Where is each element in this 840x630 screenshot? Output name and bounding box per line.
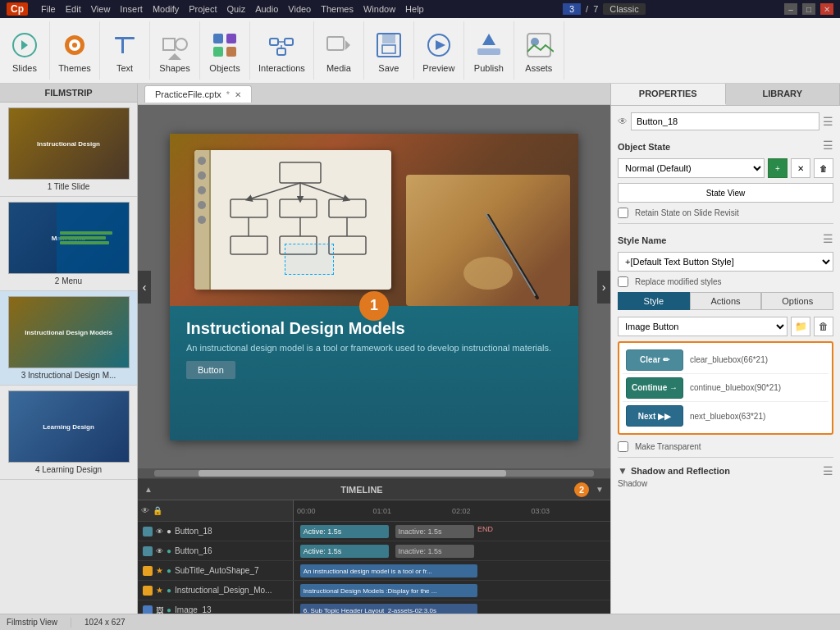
delete-state-button[interactable]: 🗑: [814, 158, 833, 178]
svg-rect-31: [329, 199, 366, 217]
track-bar: An instructional design model is a tool …: [300, 564, 477, 578]
slide-item[interactable]: Learning Design 4 Learning Design: [0, 386, 137, 480]
timeline-ruler: 00:00 01:01 02:02 03:03: [294, 500, 610, 521]
toolbar: Slides Themes Text Shapes Objects Intera…: [0, 18, 840, 84]
maximize-button[interactable]: □: [802, 3, 815, 15]
canvas-scroll-right-button[interactable]: ›: [597, 271, 610, 304]
svg-rect-25: [477, 48, 500, 55]
menu-project[interactable]: Project: [189, 4, 217, 14]
eye-icon[interactable]: 👁: [618, 116, 628, 127]
svg-rect-28: [280, 162, 321, 183]
menu-window[interactable]: Window: [363, 4, 395, 14]
btn-image-item-next[interactable]: Next ▶▶ next_bluebox(63*21): [623, 402, 829, 430]
style-options-icon[interactable]: ☰: [823, 232, 833, 245]
folder-icon[interactable]: 📁: [791, 317, 810, 336]
slide-item[interactable]: Instructional Design 1 Title Slide: [0, 103, 137, 197]
close-button[interactable]: ✕: [820, 3, 833, 15]
tab-actions[interactable]: Actions: [690, 292, 762, 310]
canvas-scrollbar[interactable]: [138, 468, 610, 478]
canvas-timeline-area: PracticeFile.cptx * ✕ ‹: [138, 84, 610, 630]
toolbar-media[interactable]: Media: [314, 21, 364, 80]
timeline-tracks: 👁 ● Button_18 Active: 1.5s Inactive: 1.5…: [138, 522, 610, 628]
menu-help[interactable]: Help: [405, 4, 424, 14]
retain-state-row: Retain State on Slide Revisit: [618, 208, 833, 218]
replace-styles-row: Replace modified styles: [618, 276, 833, 287]
state-view-button[interactable]: State View: [618, 183, 833, 203]
timeline-badge: 2: [574, 482, 589, 497]
toolbar-objects[interactable]: Objects: [200, 21, 250, 80]
menu-video[interactable]: Video: [288, 4, 311, 14]
slide-thumbnail: Learning Design: [8, 390, 130, 463]
options-icon[interactable]: ☰: [823, 115, 833, 128]
tab-style[interactable]: Style: [618, 292, 690, 310]
menu-modify[interactable]: Modify: [153, 4, 179, 14]
tab-library[interactable]: LIBRARY: [726, 84, 841, 105]
svg-rect-26: [527, 34, 550, 57]
state-view-row: State View: [618, 183, 833, 203]
panel-content: 👁 ☰ Object State ☰ Normal (Default) + ✕ …: [611, 106, 840, 630]
window-controls: – □ ✕: [784, 3, 833, 15]
button-image-list: Clear ✏ clear_bluebox(66*21) Continue → …: [618, 341, 833, 435]
svg-marker-24: [436, 40, 445, 50]
btn-image-item-clear[interactable]: Clear ✏ clear_bluebox(66*21): [623, 346, 829, 374]
menu-view[interactable]: View: [91, 4, 111, 14]
style-select[interactable]: +[Default Text Button Style]: [618, 252, 833, 272]
clear-button-preview: Clear ✏: [626, 349, 683, 371]
canvas-tab[interactable]: PracticeFile.cptx * ✕: [144, 85, 252, 103]
state-select[interactable]: Normal (Default): [618, 158, 765, 178]
btn-image-item-continue[interactable]: Continue → continue_bluebox(90*21): [623, 374, 829, 402]
toolbar-publish[interactable]: Publish: [464, 21, 514, 80]
menu-bar: File Edit View Insert Modify Project Qui…: [41, 4, 424, 14]
divider: [618, 223, 833, 224]
menu-file[interactable]: File: [41, 4, 56, 14]
collapse-icon[interactable]: ▼: [618, 465, 628, 477]
svg-rect-13: [270, 39, 278, 45]
add-state-button[interactable]: +: [768, 158, 788, 178]
track-name: Instructional_Design_Mo...: [175, 586, 272, 595]
slide-button[interactable]: Button: [186, 361, 235, 379]
toolbar-shapes[interactable]: Shapes: [150, 21, 200, 80]
svg-line-37: [300, 183, 347, 199]
toolbar-text[interactable]: Text: [100, 21, 150, 80]
toolbar-assets[interactable]: Assets: [514, 21, 564, 80]
status-view-label: Filmstrip View: [7, 618, 57, 627]
image-button-select[interactable]: Image Button: [618, 317, 788, 336]
menu-themes[interactable]: Themes: [321, 4, 354, 14]
next-button-preview: Next ▶▶: [626, 405, 683, 427]
view-mode[interactable]: Classic: [603, 3, 645, 15]
menu-edit[interactable]: Edit: [66, 4, 81, 14]
edit-state-button[interactable]: ✕: [791, 158, 810, 178]
svg-rect-11: [213, 47, 223, 57]
menu-insert[interactable]: Insert: [120, 4, 143, 14]
object-name-input[interactable]: [631, 112, 819, 130]
canvas-scroll-left-button[interactable]: ‹: [138, 271, 151, 304]
state-options-icon[interactable]: ☰: [823, 139, 833, 152]
retain-state-label: Retain State on Slide Revisit: [635, 208, 739, 217]
slide-canvas[interactable]: ‹: [138, 105, 610, 468]
minimize-button[interactable]: –: [784, 3, 797, 15]
eye-icon: 👁: [141, 506, 149, 515]
slide-item[interactable]: Instructional Design Models 3 Instructio…: [0, 291, 137, 386]
menu-quiz[interactable]: Quiz: [227, 4, 246, 14]
replace-styles-checkbox[interactable]: [618, 276, 628, 287]
tab-options[interactable]: Options: [761, 292, 833, 310]
track-name: SubTitle_AutoShape_7: [175, 566, 259, 575]
toolbar-slides[interactable]: Slides: [0, 21, 50, 80]
slide-item[interactable]: Main Menu 2 Menu: [0, 197, 137, 291]
toolbar-themes[interactable]: Themes: [50, 21, 100, 80]
shadow-options-icon[interactable]: ☰: [823, 464, 833, 477]
svg-point-3: [72, 43, 77, 48]
shapes-icon: [158, 29, 191, 62]
retain-state-checkbox[interactable]: [618, 208, 628, 218]
slide-counter: 3 / 7 Classic: [563, 3, 646, 15]
menu-audio[interactable]: Audio: [255, 4, 278, 14]
toolbar-interactions[interactable]: Interactions: [250, 21, 314, 80]
tab-properties[interactable]: PROPERTIES: [611, 84, 726, 105]
tab-close-button[interactable]: ✕: [235, 90, 241, 99]
toolbar-preview[interactable]: Preview: [414, 21, 464, 80]
delete-icon[interactable]: 🗑: [814, 317, 833, 336]
text-icon: [108, 29, 141, 62]
toolbar-save[interactable]: Save: [364, 21, 414, 80]
slide-number-badge: 1: [359, 291, 389, 321]
make-transparent-checkbox[interactable]: [618, 441, 628, 452]
